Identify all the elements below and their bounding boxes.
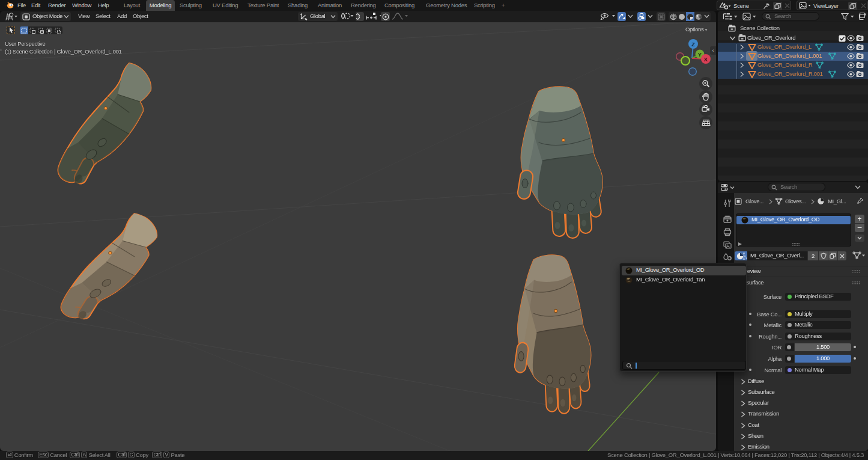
svg-text:X: X: [704, 56, 708, 63]
svg-text:Y: Y: [698, 51, 702, 58]
svg-text:Z: Z: [691, 41, 695, 48]
